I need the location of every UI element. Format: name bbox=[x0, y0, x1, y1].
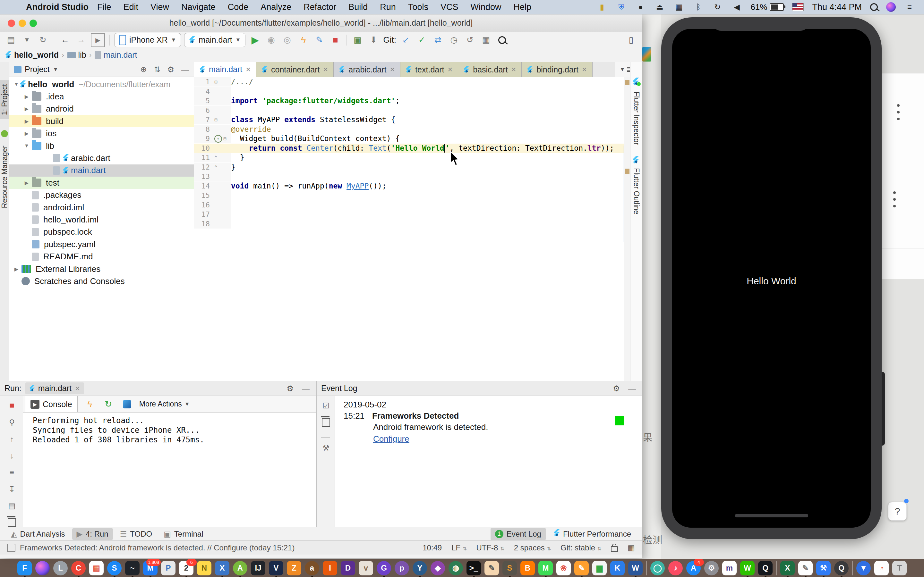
dock-wechat[interactable]: W bbox=[740, 561, 754, 575]
menu-file[interactable]: File bbox=[91, 2, 118, 12]
dock-xcode[interactable]: X bbox=[215, 561, 229, 575]
hide-panel-icon[interactable]: — bbox=[302, 384, 310, 393]
sync-icon[interactable]: ↻ bbox=[712, 2, 723, 13]
tree-item-lib[interactable]: ▼lib bbox=[9, 140, 208, 152]
app-menu[interactable]: Android Studio bbox=[20, 2, 91, 12]
tree-collapse-icon[interactable]: ▶ bbox=[23, 93, 30, 100]
soft-wrap-icon[interactable]: ≡ bbox=[6, 467, 17, 478]
dock-purple-app[interactable]: p bbox=[395, 561, 409, 575]
dock-numbers[interactable]: ▆ bbox=[592, 561, 607, 575]
input-source-flag-icon[interactable] bbox=[792, 3, 804, 11]
pencil-shield-icon[interactable]: ▮ bbox=[596, 2, 607, 13]
dock-activity-monitor[interactable]: ~ bbox=[125, 561, 140, 575]
dock-intellij-idea[interactable]: IJ bbox=[251, 561, 265, 575]
close-icon[interactable]: ✕ bbox=[582, 66, 587, 73]
git-commit-icon[interactable]: ✓ bbox=[415, 34, 428, 47]
attach-debugger-icon[interactable]: ✎ bbox=[313, 34, 326, 47]
menu-edit[interactable]: Edit bbox=[117, 2, 144, 12]
tab-binding-dart[interactable]: binding.dart✕ bbox=[522, 62, 592, 77]
package-icon[interactable]: ⬇ bbox=[367, 34, 380, 47]
git-branch-selector[interactable]: Git: stable ⇅ bbox=[561, 543, 601, 552]
code-line-7[interactable]: 7⊟class MyAPP extends StatelessWidget { bbox=[194, 115, 642, 124]
fold-marker-icon[interactable]: ⌃ bbox=[214, 164, 218, 170]
git-update-icon[interactable]: ↙ bbox=[399, 34, 412, 47]
menu-tools[interactable]: Tools bbox=[402, 2, 435, 12]
tree-item-ios[interactable]: ▶ios bbox=[9, 127, 208, 140]
breadcrumb-item-lib[interactable]: lib bbox=[67, 50, 86, 60]
tree-collapse-icon[interactable]: ▶ bbox=[23, 180, 30, 186]
dock-terminal[interactable]: >_ bbox=[467, 561, 481, 575]
search-everywhere-icon[interactable] bbox=[496, 34, 509, 47]
dart-logo-icon[interactable] bbox=[121, 398, 134, 411]
dock-android-studio[interactable]: A bbox=[233, 561, 247, 575]
dock-vase-app[interactable]: v bbox=[359, 561, 373, 575]
dock-notes[interactable]: N bbox=[197, 561, 212, 575]
menu-view[interactable]: View bbox=[144, 2, 175, 12]
dock-launchpad[interactable]: L bbox=[53, 561, 68, 575]
hot-reload-icon[interactable]: ϟ bbox=[83, 398, 96, 411]
close-icon[interactable]: ✕ bbox=[323, 66, 328, 73]
dock-messages[interactable]: M bbox=[538, 561, 553, 575]
more-actions-dropdown[interactable]: More Actions▼ bbox=[139, 400, 190, 408]
tool-button-todo[interactable]: ☰TODO bbox=[115, 528, 157, 540]
fold-marker-icon[interactable]: ⌃ bbox=[214, 155, 218, 161]
dock-quicktime[interactable]: Q bbox=[834, 561, 849, 575]
spotlight-search-icon[interactable] bbox=[870, 3, 878, 11]
pin-icon[interactable]: ⚲ bbox=[6, 417, 17, 428]
keyboard-icon[interactable]: ▦ bbox=[674, 2, 684, 13]
dock-downloads[interactable]: ▼ bbox=[856, 561, 871, 575]
tree-collapse-icon[interactable]: ▶ bbox=[23, 118, 30, 124]
run-config-tab[interactable]: main.dart ✕ bbox=[25, 382, 84, 394]
forward-icon[interactable]: → bbox=[75, 34, 87, 47]
tool-button-terminal[interactable]: ▣Terminal bbox=[159, 528, 208, 540]
override-marker-icon[interactable]: ↑ bbox=[214, 135, 222, 143]
hide-panel-icon[interactable]: — bbox=[628, 384, 636, 393]
code-line-10[interactable]: 10 return const Center(child: Text('Hell… bbox=[194, 143, 642, 153]
code-line-16[interactable]: 16 bbox=[194, 200, 642, 210]
debug-button[interactable]: ◉ bbox=[265, 34, 278, 47]
dock-xcode-beta[interactable]: ⚒ bbox=[816, 561, 830, 575]
tree-expand-icon[interactable]: ▼ bbox=[23, 143, 30, 149]
tab-main-dart[interactable]: main.dart✕ bbox=[194, 62, 256, 77]
code-line-15[interactable]: 15 bbox=[194, 191, 642, 200]
breadcrumb-item-main.dart[interactable]: main.dart bbox=[95, 50, 137, 60]
tool-button-flutter-inspector[interactable]: Flutter Inspector bbox=[632, 92, 641, 145]
simulator-screen[interactable]: Hello World bbox=[672, 29, 871, 528]
kebab-menu-icon[interactable] bbox=[897, 104, 900, 120]
clear-log-icon[interactable] bbox=[320, 417, 331, 428]
line-separator-selector[interactable]: LF ⇅ bbox=[451, 543, 467, 552]
code-line-5[interactable]: 5import 'package:flutter/widgets.dart'; bbox=[194, 96, 642, 105]
caret-position[interactable]: 10:49 bbox=[423, 543, 442, 552]
wechat-icon[interactable]: ● bbox=[635, 2, 646, 13]
tab-arabic-dart[interactable]: arabic.dart✕ bbox=[334, 62, 401, 77]
fold-marker-icon[interactable]: ⊟ bbox=[214, 117, 218, 123]
dock-textedit[interactable]: ✎ bbox=[798, 561, 813, 575]
tree-item-pubspec-lock[interactable]: pubspec.lock bbox=[9, 226, 208, 238]
tree-item--packages[interactable]: .packages bbox=[9, 189, 208, 201]
tree-item-build[interactable]: ▶build bbox=[9, 115, 208, 127]
project-view-selector[interactable]: Project bbox=[25, 65, 50, 74]
close-icon[interactable]: ✕ bbox=[511, 66, 517, 73]
dock-instruments[interactable]: I bbox=[323, 561, 337, 575]
dock-pages[interactable]: ✎ bbox=[574, 561, 589, 575]
home-indicator[interactable] bbox=[735, 514, 808, 517]
clear-console-icon[interactable] bbox=[6, 517, 17, 528]
tree-item--idea[interactable]: ▶.idea bbox=[9, 90, 208, 103]
kebab-menu-icon[interactable] bbox=[893, 191, 896, 207]
open-project-icon[interactable]: ▤ bbox=[5, 34, 17, 47]
menu-help[interactable]: Help bbox=[507, 2, 537, 12]
tool-button-event-log[interactable]: 1Event Log bbox=[491, 528, 546, 540]
settings-gear-icon[interactable]: ⚙ bbox=[613, 384, 620, 393]
console-tab[interactable]: ▶ Console bbox=[25, 396, 78, 412]
fold-marker-icon[interactable]: ⊞ bbox=[214, 79, 218, 85]
up-stack-trace-icon[interactable]: ↑ bbox=[6, 434, 17, 445]
tool-window-switcher-icon[interactable] bbox=[7, 544, 15, 552]
menu-vcs[interactable]: VCS bbox=[435, 2, 465, 12]
window-title-bar[interactable]: hello_world [~/Documents/flutter/example… bbox=[0, 14, 642, 32]
scroll-to-end-icon[interactable]: ↧ bbox=[6, 484, 17, 495]
tree-collapse-icon[interactable]: ▶ bbox=[23, 131, 30, 137]
dock-keynote[interactable]: K bbox=[610, 561, 625, 575]
hide-panel-icon[interactable]: — bbox=[181, 65, 189, 74]
code-line-1[interactable]: 1⊞/.../ bbox=[194, 77, 642, 87]
settings-gear-icon[interactable]: ⚙ bbox=[286, 384, 294, 393]
